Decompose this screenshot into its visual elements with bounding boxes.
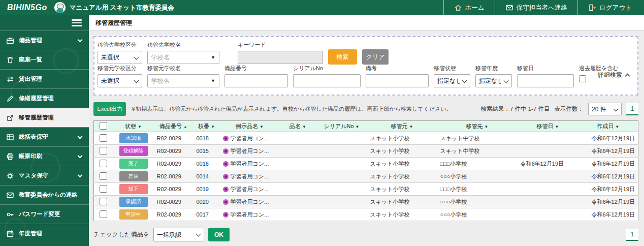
item-no-input[interactable] [224, 74, 288, 87]
search-button[interactable]: 検索 [328, 49, 357, 65]
page-number-bottom[interactable]: 1 [626, 229, 638, 241]
item-no-cell: R02-0029 [154, 170, 194, 183]
sidebar-item-pencil[interactable]: 修繕履歴管理 [0, 88, 89, 108]
name-cell [280, 196, 316, 208]
ok-button[interactable]: OK [208, 228, 230, 241]
sidebar-item-trash[interactable]: 廃棄一覧 [0, 50, 89, 69]
page-size-select[interactable]: 20 件 [588, 103, 622, 115]
logout-icon [588, 4, 596, 12]
column-header[interactable]: 移管日▼ [518, 121, 578, 132]
name-cell [280, 145, 316, 158]
table-row[interactable]: 承認済R02-00290018学習者用コン...スキット小学校スキット中学校令和… [94, 132, 638, 145]
keyword-input[interactable] [238, 51, 323, 64]
column-header[interactable]: 品名▼ [280, 121, 316, 132]
table-row[interactable]: 承認済R02-00290020学習者用コン...スキット小学校○○○小学校令和6… [94, 196, 638, 208]
note-input[interactable] [366, 74, 429, 87]
example-name-cell: 学習者用コン... [220, 132, 280, 145]
topbar-logout-button[interactable]: ログアウト [577, 0, 644, 15]
name-cell [280, 208, 316, 221]
dest-school-label: 移管先学校名 [147, 41, 219, 49]
sort-arrow-icon: ▼ [485, 125, 489, 129]
row-checkbox[interactable] [100, 147, 107, 155]
table-icon [6, 133, 14, 141]
table-row[interactable]: 申請中R02-00290017学習者用コン...スキット小学校○○○小学校令和6… [94, 208, 638, 221]
app-logo: BIHIN5Go [7, 3, 47, 12]
branch-no-cell: 0019 [194, 183, 220, 196]
main-area: 移管履歴管理 移管先学校区分 未選択 移管先学校名 学校名 ▼ [89, 15, 644, 246]
topbar-home-button[interactable]: ホーム [443, 0, 495, 15]
topbar-mail-button[interactable]: 保守担当者へ連絡 [495, 0, 577, 15]
example-name-cell: 学習者用コン... [220, 170, 280, 183]
sort-arrow-icon: ▼ [409, 125, 413, 129]
mail-icon [505, 4, 513, 12]
table-row[interactable]: 完了R02-00290016学習者用コン...スキット小学校□□□小学校令和6年… [94, 158, 638, 170]
item-no-label: 備品番号 [224, 65, 288, 72]
sidebar-item-mail[interactable]: 教育委員会からの連絡 [0, 185, 89, 204]
from-school-cell: スキット小学校 [367, 132, 437, 145]
src-division-select[interactable]: 未選択 [98, 74, 142, 87]
state-select[interactable]: 指定なし [434, 74, 470, 87]
from-school-cell: スキット小学校 [367, 158, 437, 170]
table-row[interactable]: 登録解除R02-00290015学習者用コン...スキット小学校スキット中学校令… [94, 145, 638, 158]
row-checkbox[interactable] [100, 134, 107, 142]
row-checkbox[interactable] [100, 210, 107, 218]
state-label: 移管状態 [434, 65, 470, 72]
sidebar-item-gear[interactable]: マスタ保守 [0, 166, 89, 185]
column-header[interactable]: 作成日▼ [578, 121, 638, 132]
transfer-date-cell [518, 145, 578, 158]
src-school-combobox[interactable]: 学校名 ▼ [147, 74, 219, 87]
transfer-date-input[interactable] [517, 74, 574, 87]
column-header[interactable]: 備品番号▲ [154, 121, 194, 132]
column-header[interactable]: 移管元▼ [367, 121, 437, 132]
menu-toggle-button[interactable] [72, 18, 82, 28]
transfer-date-cell [518, 132, 578, 145]
serial-cell [316, 170, 367, 183]
sidebar-item-calendar[interactable]: 年度管理 [0, 224, 89, 243]
to-school-cell: ○○○小学校 [437, 170, 518, 183]
column-header[interactable]: 状態▼ [113, 121, 154, 132]
detail-search-toggle[interactable]: 詳細検索 [598, 71, 629, 79]
name-cell [280, 183, 316, 196]
row-checkbox[interactable] [100, 160, 107, 167]
column-header[interactable]: 枝番▼ [194, 121, 220, 132]
sort-arrow-icon: ▼ [260, 125, 264, 129]
status-badge: 申請中 [119, 209, 148, 220]
pencil-icon [6, 95, 14, 103]
year-label: 移管年度 [475, 65, 512, 72]
year-select[interactable]: 指定なし [475, 74, 512, 87]
from-school-cell: スキット小学校 [367, 170, 437, 183]
clear-button[interactable]: クリア [362, 49, 389, 65]
mascot-logo-icon [54, 2, 66, 13]
table-row[interactable]: 差戻R02-00290014学習者用コン...スキット小学校○○○小学校令和6年… [94, 170, 638, 183]
serial-input[interactable] [293, 74, 361, 87]
sidebar-item-transfer[interactable]: 移管履歴管理 [0, 108, 89, 127]
sidebar-item-key[interactable]: パスワード変更 [0, 204, 89, 224]
sort-arrow-icon: ▼ [138, 125, 142, 129]
sidebar-item-box[interactable]: 備品管理 [0, 30, 89, 50]
to-school-cell: スキット中学校 [437, 132, 518, 145]
swap-icon [6, 75, 14, 83]
row-checkbox[interactable] [100, 198, 107, 205]
bulk-action-select[interactable]: 一括承認 [153, 228, 204, 241]
column-header[interactable]: 移管先▼ [437, 121, 518, 132]
bulk-action-bar: チェックした備品を 一括承認 OK 1 [93, 228, 638, 241]
row-checkbox[interactable] [100, 185, 107, 193]
select-all-checkbox[interactable] [100, 122, 107, 130]
excel-export-button[interactable]: Excel出力 [93, 102, 126, 116]
column-header[interactable]: 例示品名▼ [220, 121, 280, 132]
page-number-top[interactable]: 1 [626, 103, 638, 115]
home-icon [454, 4, 462, 12]
from-school-cell: スキット小学校 [367, 208, 437, 221]
sidebar-item-table[interactable]: 総括表保守 [0, 127, 89, 146]
past-history-checkbox[interactable] [579, 75, 586, 82]
column-header[interactable]: シリアルNo▼ [316, 121, 367, 132]
row-checkbox[interactable] [100, 172, 107, 180]
status-badge: 完了 [119, 159, 148, 169]
sidebar-item-printer[interactable]: 帳票印刷 [0, 146, 89, 166]
page-size-label: 表示件数： [555, 105, 584, 113]
transfer-date-cell [518, 196, 578, 208]
sidebar-item-swap[interactable]: 貸出管理 [0, 69, 89, 88]
dest-school-combobox[interactable]: 学校名 ▼ [147, 51, 219, 64]
table-row[interactable]: 却下R02-00290019学習者用コン...スキット小学校□□□小学校令和6年… [94, 183, 638, 196]
dest-division-select[interactable]: 未選択 [98, 51, 142, 64]
